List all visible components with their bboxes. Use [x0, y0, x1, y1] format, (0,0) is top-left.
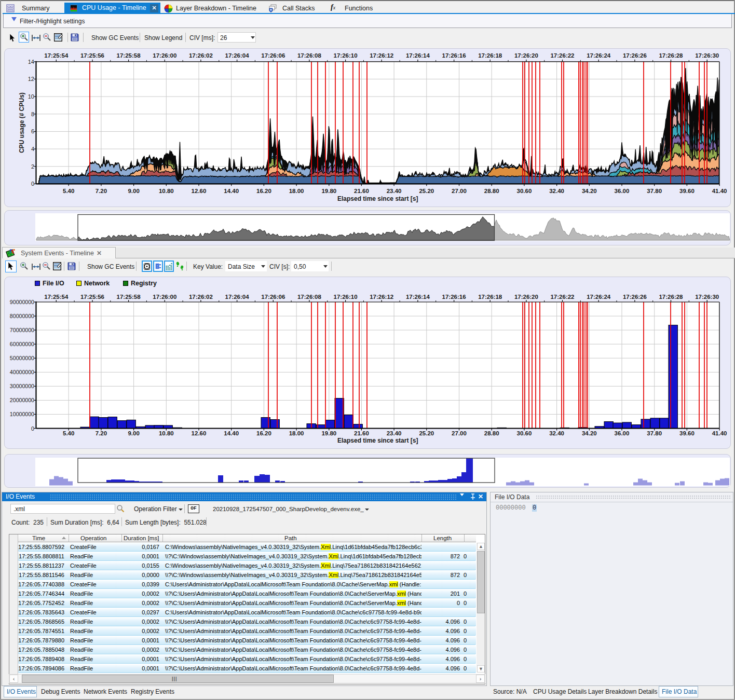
svg-text:0: 0 — [31, 181, 34, 187]
svg-text:17:25:56: 17:25:56 — [80, 294, 104, 300]
svg-text:9.00: 9.00 — [128, 430, 139, 436]
svg-text:14.40: 14.40 — [224, 430, 239, 436]
svg-text:17:26:20: 17:26:20 — [514, 52, 538, 59]
svg-text:25.20: 25.20 — [419, 430, 434, 436]
svg-text:Elapsed time since start [s]: Elapsed time since start [s] — [337, 437, 418, 444]
svg-text:30.60: 30.60 — [517, 430, 532, 436]
svg-text:17:26:22: 17:26:22 — [550, 52, 574, 59]
svg-text:17:26:22: 17:26:22 — [550, 294, 574, 300]
svg-text:17:26:00: 17:26:00 — [153, 294, 176, 300]
svg-text:17:26:18: 17:26:18 — [478, 52, 502, 59]
svg-text:10.80: 10.80 — [159, 188, 174, 194]
svg-text:41.40: 41.40 — [712, 188, 727, 194]
svg-text:36.00: 36.00 — [615, 188, 630, 194]
svg-text:34.20: 34.20 — [582, 188, 597, 194]
svg-text:17:25:54: 17:25:54 — [44, 294, 69, 300]
svg-text:10.80: 10.80 — [159, 430, 174, 436]
svg-text:6: 6 — [31, 128, 34, 134]
svg-text:17:26:12: 17:26:12 — [370, 294, 393, 300]
svg-text:16.20: 16.20 — [256, 188, 271, 194]
svg-text:18.00: 18.00 — [289, 430, 304, 436]
svg-text:14: 14 — [28, 59, 34, 65]
svg-text:17:26:14: 17:26:14 — [406, 294, 430, 300]
svg-text:50000000: 50000000 — [10, 355, 34, 361]
svg-text:90000000: 90000000 — [10, 299, 34, 305]
svg-text:60000000: 60000000 — [10, 341, 34, 347]
svg-text:19.80: 19.80 — [321, 430, 336, 436]
svg-text:17:26:24: 17:26:24 — [587, 52, 611, 59]
svg-text:19.80: 19.80 — [321, 188, 336, 194]
svg-text:8: 8 — [31, 111, 34, 117]
svg-text:5.40: 5.40 — [63, 188, 74, 194]
svg-text:40000000: 40000000 — [10, 369, 34, 375]
svg-text:20000000: 20000000 — [10, 397, 34, 403]
svg-text:2: 2 — [31, 163, 34, 170]
svg-text:80000000: 80000000 — [10, 313, 34, 319]
svg-text:17:26:08: 17:26:08 — [297, 52, 322, 59]
svg-text:7.20: 7.20 — [96, 188, 107, 194]
svg-text:21.60: 21.60 — [354, 188, 369, 194]
svg-text:17:26:10: 17:26:10 — [334, 52, 358, 59]
svg-text:25.20: 25.20 — [419, 188, 434, 194]
svg-text:17:26:28: 17:26:28 — [659, 52, 683, 59]
svg-text:28.80: 28.80 — [484, 430, 499, 436]
svg-text:17:26:02: 17:26:02 — [189, 52, 213, 59]
svg-text:5.40: 5.40 — [63, 430, 74, 436]
svg-text:17:26:06: 17:26:06 — [261, 294, 285, 300]
svg-text:4: 4 — [31, 146, 34, 152]
svg-text:17:26:16: 17:26:16 — [442, 294, 466, 300]
svg-text:36.00: 36.00 — [615, 430, 630, 436]
svg-text:17:26:04: 17:26:04 — [225, 294, 250, 300]
svg-text:10: 10 — [28, 93, 34, 100]
svg-text:17:26:30: 17:26:30 — [695, 294, 719, 300]
svg-text:17:25:56: 17:25:56 — [80, 52, 104, 59]
svg-text:17:26:02: 17:26:02 — [189, 294, 213, 300]
svg-text:17:26:26: 17:26:26 — [623, 294, 647, 300]
svg-text:32.40: 32.40 — [549, 430, 564, 436]
svg-text:12.60: 12.60 — [192, 430, 207, 436]
svg-text:17:26:26: 17:26:26 — [623, 52, 647, 59]
svg-text:10000000: 10000000 — [10, 411, 34, 417]
svg-text:32.40: 32.40 — [549, 188, 564, 194]
svg-text:CPU usage (# CPUs): CPU usage (# CPUs) — [18, 92, 25, 153]
svg-text:70000000: 70000000 — [10, 327, 34, 333]
svg-text:17:26:30: 17:26:30 — [695, 52, 719, 59]
svg-text:17:26:04: 17:26:04 — [225, 52, 250, 59]
svg-text:39.60: 39.60 — [679, 188, 695, 194]
svg-text:17:26:24: 17:26:24 — [587, 294, 611, 300]
svg-text:30000000: 30000000 — [10, 383, 34, 389]
svg-text:12.60: 12.60 — [192, 188, 207, 194]
svg-text:34.20: 34.20 — [582, 430, 597, 436]
svg-text:27.00: 27.00 — [452, 430, 467, 436]
svg-text:17:26:14: 17:26:14 — [406, 52, 430, 59]
svg-text:16.20: 16.20 — [256, 430, 271, 436]
svg-text:17:26:20: 17:26:20 — [514, 294, 538, 300]
svg-text:41.40: 41.40 — [712, 430, 727, 436]
svg-text:37.80: 37.80 — [647, 188, 662, 194]
svg-text:9.00: 9.00 — [128, 188, 139, 194]
svg-text:17:26:06: 17:26:06 — [261, 52, 285, 59]
svg-text:17:26:10: 17:26:10 — [334, 294, 358, 300]
svg-text:17:25:58: 17:25:58 — [117, 294, 141, 300]
svg-text:28.80: 28.80 — [484, 188, 499, 194]
svg-text:17:26:28: 17:26:28 — [659, 294, 683, 300]
svg-text:39.60: 39.60 — [679, 430, 695, 436]
svg-text:17:26:08: 17:26:08 — [297, 294, 322, 300]
svg-text:0: 0 — [31, 426, 34, 432]
svg-text:23.40: 23.40 — [387, 430, 402, 436]
svg-text:21.60: 21.60 — [354, 430, 369, 436]
svg-text:18.00: 18.00 — [289, 188, 304, 194]
svg-text:23.40: 23.40 — [387, 188, 402, 194]
svg-text:Elapsed time since start [s]: Elapsed time since start [s] — [337, 195, 418, 202]
svg-text:17:26:12: 17:26:12 — [370, 52, 393, 59]
svg-text:12: 12 — [28, 76, 34, 82]
svg-text:17:26:00: 17:26:00 — [153, 52, 176, 59]
svg-text:14.40: 14.40 — [224, 188, 239, 194]
svg-text:17:26:16: 17:26:16 — [442, 52, 466, 59]
svg-text:37.80: 37.80 — [647, 430, 662, 436]
svg-text:17:26:18: 17:26:18 — [478, 294, 502, 300]
svg-text:17:25:58: 17:25:58 — [117, 52, 141, 59]
svg-text:17:25:54: 17:25:54 — [44, 52, 69, 59]
svg-text:30.60: 30.60 — [517, 188, 532, 194]
svg-text:27.00: 27.00 — [452, 188, 467, 194]
